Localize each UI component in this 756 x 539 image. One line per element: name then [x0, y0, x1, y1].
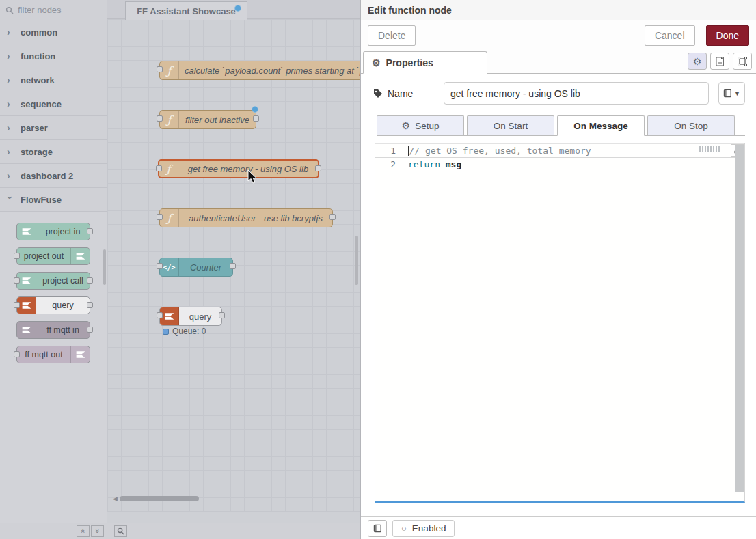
node-filter-out-inactive[interactable]: ƒ filter out inactive	[159, 110, 256, 129]
output-port[interactable]	[87, 277, 93, 284]
node-calculate-primes[interactable]: ƒ calculate `payload.count` primes start…	[159, 61, 360, 80]
palette-node-query[interactable]: query	[16, 296, 90, 314]
input-port[interactable]	[157, 312, 163, 318]
tab-properties[interactable]: ⚙ Properties	[363, 51, 487, 74]
flowfuse-icon	[70, 248, 90, 264]
chevron-right-icon: ›	[7, 146, 14, 157]
output-port[interactable]	[87, 327, 93, 333]
palette-filter-placeholder: filter nodes	[18, 5, 62, 15]
input-port[interactable]	[14, 277, 20, 284]
input-port[interactable]	[157, 263, 163, 269]
library-dropdown-button[interactable]: ▼	[718, 82, 745, 105]
double-chevron-down-icon: »	[94, 529, 101, 534]
scope-icon	[738, 57, 747, 66]
input-port[interactable]	[14, 302, 20, 308]
palette-sidebar: filter nodes ›common ›function ›network …	[0, 0, 107, 523]
palette-footer: « »	[0, 523, 107, 539]
flow-canvas[interactable]: FF Assistant Showcase ƒ calculate `paylo…	[107, 0, 360, 523]
chevron-right-icon: ›	[7, 122, 14, 133]
chevron-down-icon: ›	[5, 196, 16, 203]
palette-node-project-call[interactable]: project call	[16, 272, 90, 290]
tab-on-start[interactable]: On Start	[467, 115, 554, 135]
zoom-search-button[interactable]	[114, 525, 127, 537]
tab-setup[interactable]: ⚙Setup	[377, 115, 464, 135]
palette-category-parser[interactable]: ›parser	[0, 116, 107, 140]
palette-category-dashboard2[interactable]: ›dashboard 2	[0, 164, 107, 188]
expand-all-button[interactable]: »	[91, 525, 104, 537]
chevron-right-icon: ›	[7, 74, 14, 85]
library-button[interactable]	[368, 520, 387, 537]
output-port[interactable]	[253, 115, 259, 122]
enabled-toggle-button[interactable]: ○ Enabled	[392, 520, 455, 537]
tray-icon-buttons: ⚙	[688, 53, 752, 70]
editor-scrollbar[interactable]	[735, 145, 744, 492]
output-port[interactable]	[219, 312, 225, 318]
editor-line[interactable]: 1 // get OS free, used, total memory	[375, 143, 744, 158]
input-port[interactable]	[14, 253, 20, 259]
tray-toolbar: Delete Cancel Done	[361, 20, 756, 51]
flowfuse-icon	[17, 322, 36, 338]
tab-on-message[interactable]: On Message	[557, 115, 645, 136]
input-port[interactable]	[157, 115, 163, 122]
palette-category-common[interactable]: ›common	[0, 20, 107, 44]
palette-category-function[interactable]: ›function	[0, 44, 107, 68]
caret-down-icon: ▼	[734, 90, 740, 97]
output-port[interactable]	[87, 302, 93, 308]
palette-node-ff-mqtt-in[interactable]: ff mqtt in	[16, 321, 90, 339]
chevron-right-icon: ›	[7, 98, 14, 109]
palette-scrollbar[interactable]	[103, 249, 106, 285]
horizontal-scroll-thumb[interactable]	[120, 496, 199, 501]
cancel-button[interactable]: Cancel	[645, 25, 695, 46]
gear-icon: ⚙	[693, 56, 702, 67]
search-icon	[5, 6, 14, 14]
palette-filter-input[interactable]: filter nodes	[0, 0, 107, 20]
output-port[interactable]	[230, 263, 236, 269]
gear-icon: ⚙	[402, 120, 411, 131]
palette-node-project-out[interactable]: project out	[16, 247, 90, 265]
book-icon	[373, 524, 382, 533]
code-editor[interactable]: 1 // get OS free, used, total memory 2 r…	[375, 143, 745, 503]
tab-on-stop[interactable]: On Stop	[647, 115, 735, 135]
palette-node-ff-mqtt-out[interactable]: ff mqtt out	[16, 346, 90, 363]
scroll-left-icon[interactable]: ◀	[113, 495, 118, 502]
node-get-free-memory[interactable]: ƒ get free memory - using OS lib	[158, 159, 319, 178]
node-query[interactable]: query	[159, 307, 222, 326]
output-port[interactable]	[329, 214, 336, 220]
palette-category-storage[interactable]: ›storage	[0, 140, 107, 164]
workspace-footer	[107, 523, 360, 539]
flowfuse-icon	[160, 307, 179, 325]
edit-properties-button[interactable]: ⚙	[688, 53, 707, 70]
delete-button[interactable]: Delete	[368, 25, 416, 46]
horizontal-scrollbar[interactable]: ◀	[107, 494, 360, 503]
tray-title: Edit function node	[361, 0, 756, 20]
node-counter[interactable]: </> Counter	[159, 258, 233, 277]
chevron-right-icon: ›	[7, 170, 14, 181]
palette-node-project-in[interactable]: project in	[16, 223, 90, 240]
input-port[interactable]	[156, 165, 162, 171]
input-port[interactable]	[157, 214, 163, 220]
name-label: Name	[373, 88, 438, 99]
done-button[interactable]: Done	[706, 25, 749, 46]
name-input[interactable]	[444, 82, 709, 105]
input-port[interactable]	[157, 66, 163, 72]
palette-category-flowfuse[interactable]: ›FlowFuse	[0, 188, 107, 212]
flowfuse-icon	[70, 346, 90, 363]
description-button[interactable]	[710, 53, 729, 70]
line-number: 1	[375, 144, 408, 157]
function-icon: ƒ	[160, 111, 179, 128]
book-icon	[723, 89, 732, 98]
node-authenticate-user[interactable]: ƒ authenticateUser - use lib bcryptjs	[159, 208, 333, 227]
palette-flowfuse-section: project in project out project call quer…	[0, 212, 107, 369]
flow-tab[interactable]: FF Assistant Showcase	[125, 1, 247, 20]
palette-category-network[interactable]: ›network	[0, 68, 107, 92]
vertical-scroll-thumb[interactable]	[355, 236, 358, 285]
output-port[interactable]	[315, 165, 321, 171]
appearance-button[interactable]	[733, 53, 752, 70]
editor-line[interactable]: 2 return msg	[375, 158, 744, 171]
chevron-right-icon: ›	[7, 27, 14, 38]
input-port[interactable]	[14, 351, 20, 357]
editor-minimap	[699, 146, 720, 152]
output-port[interactable]	[87, 228, 93, 234]
palette-category-sequence[interactable]: ›sequence	[0, 92, 107, 116]
collapse-all-button[interactable]: «	[77, 525, 90, 537]
